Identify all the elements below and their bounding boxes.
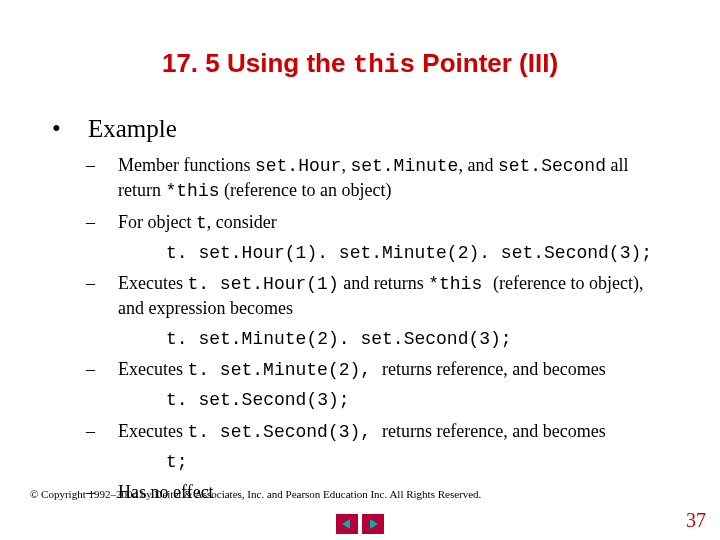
b1-pre: Member functions [118,155,255,175]
title-post: Pointer (III) [415,48,558,78]
b4-code: t. set.Second(3); [70,388,670,412]
b3-c1: t. set.Hour(1) [187,274,338,294]
b1-c1: set.Hour [255,156,341,176]
b4-c1: t. set.Minute(2), [187,360,381,380]
title-code: this [353,50,415,80]
dash-icon: – [102,153,118,177]
b5-c1: t. set.Second(3), [187,422,381,442]
dash-icon: – [102,271,118,295]
b3-c2: *this [428,274,493,294]
b3-pre: Executes [118,273,187,293]
b5-post: returns reference, and becomes [382,421,606,441]
bullet-5: –Executes t. set.Second(3), returns refe… [70,419,670,444]
title-section: 17. 5 [162,48,227,78]
b4-post: returns reference, and becomes [382,359,606,379]
bullet-dot-icon: • [70,115,88,143]
b1-c3: set.Second [498,156,606,176]
bullet-3: –Executes t. set.Hour(1) and returns *th… [70,271,670,321]
b1-c4: *this [165,181,219,201]
svg-marker-0 [342,519,350,529]
b3-mid1: and returns [339,273,428,293]
b1-c2: set.Minute [350,156,458,176]
dash-icon: – [102,419,118,443]
b2-c1: t [196,213,207,233]
dash-icon: – [102,210,118,234]
bullet-2: –For object t, consider [70,210,670,235]
nav-buttons [336,514,384,534]
b2-post: , consider [207,212,277,232]
b4-pre: Executes [118,359,187,379]
b2-code: t. set.Hour(1). set.Minute(2). set.Secon… [70,241,670,265]
next-button[interactable] [362,514,384,534]
bullet-example-text: Example [88,115,177,142]
triangle-right-icon [367,518,379,530]
svg-marker-1 [370,519,378,529]
bullet-example: •Example [70,115,670,143]
bullet-1: –Member functions set.Hour, set.Minute, … [70,153,670,204]
slide: 17. 5 Using the this Pointer (III) •Exam… [0,0,720,540]
b1-post: (reference to an object) [220,180,392,200]
b2-pre: For object [118,212,196,232]
b5-code: t; [70,450,670,474]
slide-body: •Example –Member functions set.Hour, set… [70,115,670,511]
b1-mid2: , and [458,155,498,175]
b5-pre: Executes [118,421,187,441]
prev-button[interactable] [336,514,358,534]
copyright-text: © Copyright 1992–2004 by Deitel & Associ… [30,488,481,500]
triangle-left-icon [341,518,353,530]
bullet-4: –Executes t. set.Minute(2), returns refe… [70,357,670,382]
title-pre: Using the [227,48,353,78]
b3-code: t. set.Minute(2). set.Second(3); [70,327,670,351]
slide-title: 17. 5 Using the this Pointer (III) [0,48,720,80]
dash-icon: – [102,357,118,381]
page-number: 37 [686,509,706,532]
